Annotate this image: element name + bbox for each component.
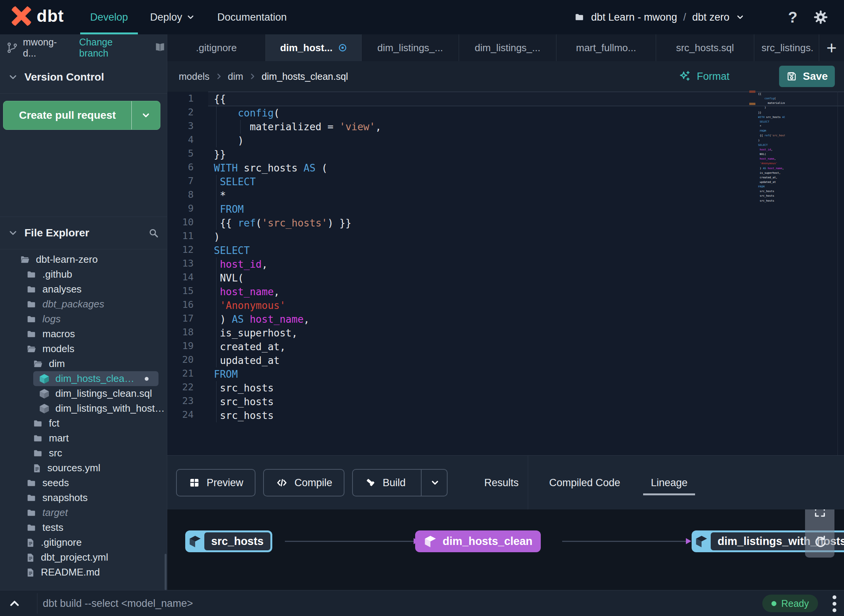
tree-item-label: fct (49, 417, 167, 429)
minimap-line: host_id, (758, 147, 785, 152)
breadcrumb-item[interactable]: dim_hosts_clean.sql (262, 71, 348, 82)
tree-item-dbt-learn-zero[interactable]: dbt-learn-zero (0, 252, 167, 267)
code-token: src_hosts (238, 162, 304, 174)
indent-guide (216, 189, 217, 202)
node-label: src_hosts (204, 532, 270, 550)
tree-item-label: seeds (42, 477, 167, 489)
kebab-menu-icon[interactable] (833, 595, 836, 612)
new-tab-button[interactable]: + (819, 34, 844, 61)
tree-item-dim-hosts-clean-sql[interactable]: dim_hosts_clean.sql (33, 371, 158, 386)
editor-tab[interactable]: src_listings. (754, 34, 821, 61)
node-label: dim_hosts_clean (443, 535, 532, 548)
code-editor[interactable]: 123456789101112131415161718192021222324 … (167, 92, 844, 455)
tree-item-sources-yml[interactable]: sources.yml (0, 461, 167, 475)
tree-item--github[interactable]: .github (0, 267, 167, 282)
save-button[interactable]: Save (779, 66, 835, 87)
build-dropdown[interactable] (421, 470, 440, 496)
nav-item-deploy[interactable]: Deploy (150, 0, 195, 34)
fullscreen-icon[interactable] (813, 509, 826, 518)
dbt-logo[interactable]: dbt (11, 5, 64, 27)
tree-item-dbt-packages[interactable]: dbt_packages (0, 297, 167, 312)
file-explorer-header[interactable]: File Explorer (0, 217, 167, 249)
code-token (758, 97, 765, 100)
code-token: , (774, 157, 776, 160)
breadcrumb-item[interactable]: dim (228, 71, 243, 82)
breadcrumb-item[interactable]: models (179, 71, 210, 82)
code-token: {{ (758, 92, 761, 95)
tree-item-logs[interactable]: logs (0, 312, 167, 327)
tree-item-mart[interactable]: mart (0, 431, 167, 446)
tree-item-models[interactable]: models (0, 341, 167, 356)
compile-button[interactable]: Compile (263, 469, 344, 496)
code-token: , (274, 286, 280, 297)
indent-guide (216, 354, 217, 367)
minimap[interactable]: {{ config( materialized = 'view', )}}WIT… (758, 92, 785, 206)
code-token: ref (238, 217, 256, 229)
file-tree: dbt-learn-zero.githubanalysesdbt_package… (0, 252, 167, 580)
panel-tab-results[interactable]: Results (473, 456, 530, 510)
minimap-line: * (758, 124, 785, 129)
tree-item-snapshots[interactable]: snapshots (0, 490, 167, 505)
tree-item-tests[interactable]: tests (0, 520, 167, 535)
editor-tab[interactable]: dim_listings_... (362, 34, 459, 61)
nav-item-documentation[interactable]: Documentation (217, 0, 287, 34)
sidebar-scrollbar[interactable] (165, 554, 167, 590)
chevron-right-icon (215, 73, 223, 80)
code-token: WITH (214, 162, 238, 174)
chevron-down-icon (430, 478, 440, 488)
tree-item-seeds[interactable]: seeds (0, 475, 167, 490)
lineage-node-src_hosts[interactable]: src_hosts (185, 530, 272, 552)
dbt-logo-icon (11, 5, 32, 27)
tree-item-dim-listings-clean-sql[interactable]: dim_listings_clean.sql (0, 386, 167, 401)
sparkles-icon (678, 70, 691, 83)
tree-item-macros[interactable]: macros (0, 327, 167, 341)
help-icon[interactable]: ? (788, 9, 797, 26)
version-control-header[interactable]: Version Control (0, 61, 167, 94)
build-button[interactable]: Build (352, 469, 448, 496)
panel-tab-compiled-code[interactable]: Compiled Code (538, 456, 632, 510)
project-selector[interactable]: dbt Learn - mwong / dbt zero (574, 0, 745, 34)
lineage-canvas[interactable]: src_hosts dim_hosts_clean dim_listings_w… (167, 509, 844, 590)
sidebar: Version Control Create pull request File… (0, 61, 167, 590)
code-token: 'Anonymous' (760, 162, 777, 165)
project-separator: / (683, 11, 686, 23)
tree-item-analyses[interactable]: analyses (0, 282, 167, 297)
tree-item-src[interactable]: src (0, 446, 167, 461)
editor-tab[interactable]: dim_listings_... (459, 34, 556, 61)
lineage-node-dim_hosts_clean[interactable]: dim_hosts_clean (415, 530, 541, 552)
tree-item-dim-listings-with-hosts-[interactable]: dim_listings_with_hosts... (0, 401, 167, 416)
preview-button[interactable]: Preview (176, 469, 255, 496)
search-icon[interactable] (148, 227, 159, 239)
format-button[interactable]: Format (678, 70, 729, 83)
editor-scrollbar[interactable] (838, 92, 838, 455)
chevron-up-icon[interactable] (8, 597, 21, 610)
editor-tab[interactable]: dim_host... (266, 34, 362, 61)
tree-item-label: .gitignore (41, 537, 167, 548)
tree-item-dim[interactable]: dim (0, 356, 167, 371)
command-input[interactable]: dbt build --select <model_name> (43, 590, 193, 616)
nav-item-label: Deploy (150, 0, 182, 34)
create-pull-request-button[interactable]: Create pull request (3, 101, 160, 130)
tree-item-readme-md[interactable]: README.md (0, 565, 167, 580)
file-icon (26, 567, 36, 578)
editor-tab[interactable]: mart_fullmo... (556, 34, 656, 61)
model-cube-icon (39, 403, 50, 414)
pull-request-dropdown[interactable] (131, 101, 160, 129)
tree-item-label: .github (42, 268, 167, 280)
change-branch-link[interactable]: Change branch (79, 37, 143, 59)
refresh-icon[interactable] (812, 534, 828, 550)
tree-item-target[interactable]: target (0, 505, 167, 520)
version-control-title: Version Control (24, 71, 159, 83)
code-lines: {{ config( materialized = 'view', )}}WIT… (208, 92, 844, 422)
panel-tab-lineage[interactable]: Lineage (639, 456, 699, 510)
tree-item-fct[interactable]: fct (0, 416, 167, 431)
minimap-line: updated_at (758, 180, 785, 184)
editor-tab[interactable]: .gitignore (167, 34, 266, 61)
nav-item-develop[interactable]: Develop (90, 0, 128, 34)
tree-item--gitignore[interactable]: .gitignore (0, 535, 167, 550)
indent-guide (216, 106, 217, 120)
editor-tab[interactable]: src_hosts.sql (656, 34, 754, 61)
settings-gear-icon[interactable] (813, 9, 829, 25)
tree-item-dbt-project-yml[interactable]: dbt_project.yml (0, 550, 167, 565)
docs-book-icon[interactable] (153, 42, 167, 54)
